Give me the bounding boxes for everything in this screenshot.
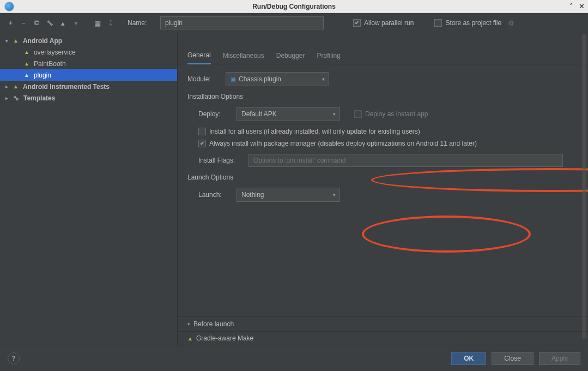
store-project-checkbox[interactable] bbox=[434, 19, 442, 27]
sort-icon[interactable]: ↧ bbox=[107, 19, 114, 27]
deploy-instant-checkbox[interactable] bbox=[354, 110, 362, 118]
android-test-icon: ▲ bbox=[13, 83, 19, 89]
android-icon: ▲ bbox=[187, 336, 193, 342]
tree-node-paintbooth[interactable]: ▲ PaintBooth bbox=[0, 58, 177, 69]
module-value: Chassis.plugin bbox=[239, 75, 281, 83]
module-icon: ▣ bbox=[231, 76, 236, 83]
always-pm-checkbox[interactable] bbox=[198, 140, 206, 147]
android-icon: ▲ bbox=[13, 38, 19, 44]
before-launch-item[interactable]: ▲ Gradle-aware Make bbox=[178, 331, 588, 345]
before-launch-label: Before launch bbox=[193, 320, 234, 328]
config-tabs: General Miscellaneous Debugger Profiling bbox=[178, 33, 588, 64]
add-icon[interactable]: ＋ bbox=[7, 19, 14, 27]
launch-label: Launch: bbox=[198, 191, 230, 199]
install-all-users-checkbox[interactable] bbox=[198, 128, 206, 135]
chevron-right-icon: ▸ bbox=[5, 95, 11, 101]
tree-label: Templates bbox=[23, 94, 55, 102]
scrollbar-thumb[interactable] bbox=[582, 34, 586, 339]
scrollbar[interactable] bbox=[582, 33, 586, 318]
module-label: Module: bbox=[187, 75, 219, 83]
wrench-icon: 🔧︎ bbox=[13, 95, 19, 101]
remove-icon[interactable]: − bbox=[20, 19, 27, 27]
apply-button[interactable]: Apply bbox=[539, 352, 580, 365]
allow-parallel-checkbox[interactable] bbox=[353, 19, 361, 27]
android-icon: ▲ bbox=[24, 49, 29, 55]
down-icon[interactable]: ▾ bbox=[72, 19, 80, 27]
app-icon bbox=[4, 2, 14, 11]
window-title: Run/Debug Configurations bbox=[252, 3, 336, 10]
gradle-make-label: Gradle-aware Make bbox=[196, 334, 253, 342]
tree-node-plugin[interactable]: ▲ plugin bbox=[0, 69, 177, 81]
android-icon: ▲ bbox=[24, 61, 29, 67]
config-tree-sidebar: ▾ ▲ Android App ▲ overlayservice ▲ Paint… bbox=[0, 33, 178, 345]
always-pm-label: Always install with package manager (dis… bbox=[209, 140, 477, 147]
deploy-label: Deploy: bbox=[198, 110, 230, 118]
launch-select[interactable]: Nothing bbox=[237, 188, 340, 202]
tree-node-android-app[interactable]: ▾ ▲ Android App bbox=[0, 35, 177, 46]
install-flags-label: Install Flags: bbox=[198, 157, 242, 164]
launch-value: Nothing bbox=[241, 191, 264, 199]
install-flags-input[interactable] bbox=[248, 154, 563, 167]
chevron-down-icon: ▾ bbox=[5, 38, 11, 44]
chevron-down-icon: ▾ bbox=[187, 321, 190, 327]
install-options-heading: Installation Options bbox=[187, 93, 578, 100]
tree-label: overlayservice bbox=[34, 49, 76, 56]
tree-node-overlayservice[interactable]: ▲ overlayservice bbox=[0, 46, 177, 58]
before-launch-header[interactable]: ▾ Before launch bbox=[178, 317, 588, 331]
titlebar: Run/Debug Configurations ˄ ✕ bbox=[0, 0, 588, 13]
annotation-ellipse bbox=[362, 216, 531, 253]
android-icon: ▲ bbox=[24, 72, 29, 78]
deploy-select[interactable]: Default APK bbox=[237, 107, 340, 121]
tree-label: plugin bbox=[34, 71, 51, 79]
install-all-users-label: Install for all users (if already instal… bbox=[209, 128, 420, 135]
tree-label: Android App bbox=[23, 37, 62, 45]
name-input[interactable] bbox=[160, 16, 324, 29]
up-icon[interactable]: ▴ bbox=[59, 19, 66, 27]
close-button[interactable]: Close bbox=[492, 352, 534, 365]
run-debug-config-window: Run/Debug Configurations ˄ ✕ ＋ − ⧉ 🔧︎ ▴ … bbox=[0, 0, 588, 371]
ok-button[interactable]: OK bbox=[451, 352, 486, 365]
module-select[interactable]: ▣ Chassis.plugin bbox=[226, 72, 329, 86]
wrench-icon[interactable]: 🔧︎ bbox=[46, 19, 53, 27]
tab-profiling[interactable]: Profiling bbox=[317, 52, 340, 64]
tree-label: Android Instrumented Tests bbox=[23, 83, 110, 91]
deploy-value: Default APK bbox=[241, 110, 277, 118]
name-label: Name: bbox=[128, 19, 150, 27]
close-icon[interactable]: ✕ bbox=[579, 2, 585, 10]
gear-icon[interactable]: ⚙︎ bbox=[508, 19, 514, 27]
tab-general[interactable]: General bbox=[187, 51, 211, 64]
config-toolbar: ＋ − ⧉ 🔧︎ ▴ ▾ ▦ ↧ bbox=[0, 13, 121, 33]
folder-icon[interactable]: ▦ bbox=[94, 19, 101, 27]
copy-icon[interactable]: ⧉ bbox=[33, 19, 40, 27]
deploy-instant-label: Deploy as instant app bbox=[365, 110, 428, 118]
store-project-label: Store as project file bbox=[445, 19, 501, 27]
help-button[interactable]: ? bbox=[8, 352, 20, 364]
allow-parallel-label: Allow parallel run bbox=[364, 19, 414, 27]
tab-debugger[interactable]: Debugger bbox=[276, 52, 305, 64]
launch-options-heading: Launch Options bbox=[187, 173, 578, 181]
tree-node-instrumented-tests[interactable]: ▸ ▲ Android Instrumented Tests bbox=[0, 81, 177, 92]
minimize-icon[interactable]: ˄ bbox=[569, 2, 573, 10]
tree-label: PaintBooth bbox=[34, 60, 66, 68]
tree-node-templates[interactable]: ▸ 🔧︎ Templates bbox=[0, 92, 177, 104]
chevron-right-icon: ▸ bbox=[5, 84, 11, 89]
tab-miscellaneous[interactable]: Miscellaneous bbox=[223, 52, 264, 64]
